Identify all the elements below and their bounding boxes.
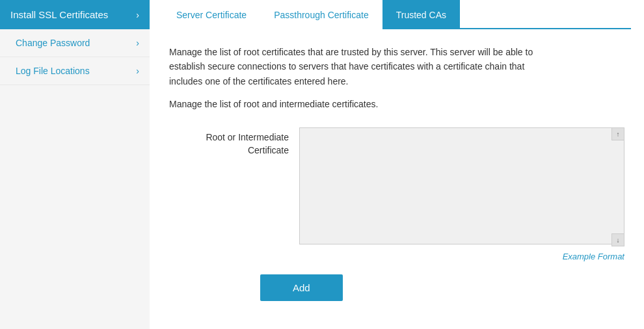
sidebar-item-change-password[interactable]: Change Password › — [0, 29, 150, 57]
certificate-textarea-wrapper: ↑ ↓ — [299, 127, 624, 246]
tab-passthrough-certificate[interactable]: Passthrough Certificate — [260, 0, 382, 29]
chevron-right-icon: › — [136, 38, 139, 48]
chevron-right-icon: › — [136, 66, 139, 76]
certificate-textarea[interactable] — [299, 127, 624, 244]
scroll-down-button[interactable]: ↓ — [611, 233, 624, 246]
tab-server-certificate[interactable]: Server Certificate — [163, 0, 260, 29]
sidebar-item-change-password-label: Change Password — [16, 38, 90, 48]
tab-bar: Server Certificate Passthrough Certifica… — [163, 0, 631, 29]
description-text-1: Manage the list of root certificates tha… — [169, 45, 559, 88]
example-format-row: Example Format — [169, 252, 624, 261]
sidebar-item-install-ssl[interactable]: Install SSL Certificates › — [0, 0, 150, 29]
add-button-row: Add — [169, 274, 624, 301]
content-area: Manage the list of root certificates tha… — [163, 45, 631, 301]
sidebar-item-install-ssl-label: Install SSL Certificates — [10, 9, 108, 20]
add-button[interactable]: Add — [260, 274, 343, 301]
certificate-form-row: Root or Intermediate Certificate ↑ ↓ — [169, 127, 624, 246]
main-content: Server Certificate Passthrough Certifica… — [150, 0, 644, 329]
sidebar-item-log-file-locations-label: Log File Locations — [16, 66, 90, 76]
certificate-field-label: Root or Intermediate Certificate — [169, 127, 299, 157]
example-format-link[interactable]: Example Format — [563, 252, 624, 261]
sidebar: Install SSL Certificates › Change Passwo… — [0, 0, 150, 329]
sidebar-item-log-file-locations[interactable]: Log File Locations › — [0, 57, 150, 85]
tab-trusted-cas[interactable]: Trusted CAs — [382, 0, 460, 29]
description-text-2: Manage the list of root and intermediate… — [169, 99, 624, 109]
chevron-right-icon: › — [136, 10, 139, 20]
scroll-up-button[interactable]: ↑ — [611, 127, 624, 140]
